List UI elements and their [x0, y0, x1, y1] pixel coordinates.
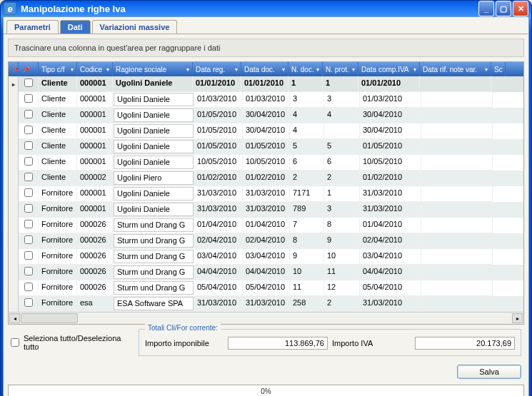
iva-value[interactable] — [415, 337, 515, 350]
cell-ragione-sociale: Ugolini Daniele — [114, 93, 194, 106]
row-checkbox-cell — [19, 265, 39, 280]
cell-data-rif-note-var — [421, 123, 493, 139]
row-checkbox[interactable] — [24, 173, 33, 181]
cell-data-doc: 04/04/2010 — [243, 265, 290, 280]
col-n-doc[interactable]: N. doc.▾ — [288, 62, 323, 76]
app-icon: e — [4, 2, 16, 15]
row-checkbox[interactable] — [24, 188, 33, 197]
select-all-toggle[interactable]: Seleziona tutto/Deseleziona tutto — [11, 334, 131, 351]
col-data-reg[interactable]: Data reg.▾ — [193, 62, 241, 76]
row-indicator — [9, 249, 19, 265]
row-checkbox[interactable] — [24, 141, 33, 150]
close-button[interactable]: ✕ — [513, 1, 528, 16]
data-grid: 📌 📌 Tipo c/f▾ Codice▾ Ragione sociale▾ D… — [8, 61, 524, 325]
cell-tipo: Fornitore — [39, 218, 77, 233]
table-row[interactable]: Fornitore000001Ugolini Daniele31/03/2010… — [9, 202, 523, 218]
table-row[interactable]: Cliente000001Ugolini Daniele01/05/201030… — [9, 108, 523, 123]
row-checkbox[interactable] — [24, 94, 33, 103]
cell-n-prot: 2 — [324, 296, 360, 312]
cell-tipo: Fornitore — [39, 265, 77, 280]
col-codice[interactable]: Codice▾ — [77, 62, 113, 76]
col-tipo[interactable]: Tipo c/f▾ — [39, 62, 77, 76]
cell-data-rif-note-var — [421, 296, 493, 312]
table-row[interactable]: Fornitore000026Sturm und Drang G03/04/20… — [9, 249, 523, 265]
cell-ragione-sociale: ESA Software SPA — [114, 297, 194, 310]
col-sc[interactable]: Sc — [491, 62, 506, 76]
imponibile-value[interactable] — [228, 337, 328, 350]
cell-data-rif-note-var — [421, 186, 493, 202]
table-row[interactable]: Cliente000001Ugolini Daniele01/03/201001… — [9, 92, 523, 108]
tab-parametri[interactable]: Parametri — [6, 20, 59, 34]
cell-data-reg: 04/04/2010 — [194, 265, 243, 280]
group-by-hint[interactable]: Trascinare una colonna in quest'area per… — [8, 39, 524, 57]
sort-icon: ▾ — [235, 66, 238, 73]
col-n-prot[interactable]: N. prot.▾ — [323, 62, 358, 76]
grid-header: 📌 📌 Tipo c/f▾ Codice▾ Ragione sociale▾ D… — [9, 62, 523, 76]
cell-codice: 000001 — [77, 92, 113, 108]
row-checkbox[interactable] — [24, 78, 33, 87]
tab-dati[interactable]: Dati — [60, 20, 91, 34]
row-checkbox[interactable] — [24, 204, 33, 213]
cell-codice: 000026 — [77, 233, 113, 249]
horizontal-scrollbar[interactable]: ◂ ▸ — [9, 312, 523, 324]
sort-icon: ▾ — [106, 66, 109, 73]
col-data-rif-note-var[interactable]: Data rif. note var.▾ — [420, 62, 491, 76]
app-window: e Manipolazione righe Iva _ ▢ ✕ Parametr… — [0, 0, 532, 396]
table-row[interactable]: Cliente000002Ugolini Piero01/02/201001/0… — [9, 171, 523, 186]
cell-data-doc: 10/05/2010 — [243, 155, 290, 171]
table-row[interactable]: Cliente000001Ugolini Daniele01/05/201001… — [9, 139, 523, 155]
scroll-thumb[interactable] — [21, 313, 78, 323]
table-row[interactable]: Fornitore000026Sturm und Drang G01/04/20… — [9, 218, 523, 233]
row-checkbox[interactable] — [24, 110, 33, 118]
row-indicator — [9, 280, 19, 296]
cell-n-prot: 12 — [324, 280, 360, 296]
cell-data-rif-note-var — [421, 265, 493, 280]
tab-variazioni-massive[interactable]: Variazioni massive — [92, 20, 178, 34]
maximize-button[interactable]: ▢ — [496, 1, 511, 16]
scroll-right-arrow-icon[interactable]: ▸ — [512, 313, 523, 323]
sort-icon: ▾ — [316, 66, 319, 73]
table-row[interactable]: FornitoreesaESA Software SPA31/03/201031… — [9, 296, 523, 312]
table-row[interactable]: Fornitore000026Sturm und Drang G05/04/20… — [9, 280, 523, 296]
sort-icon: ▾ — [71, 66, 74, 73]
row-checkbox[interactable] — [24, 235, 33, 244]
table-row[interactable]: Fornitore000001Ugolini Daniele31/03/2010… — [9, 186, 523, 202]
table-row[interactable]: Cliente000001Ugolini Daniele01/05/201030… — [9, 123, 523, 139]
cell-data-doc: 02/04/2010 — [243, 233, 290, 249]
table-row[interactable]: Fornitore000026Sturm und Drang G04/04/20… — [9, 265, 523, 280]
col-ragione-sociale[interactable]: Ragione sociale▾ — [113, 62, 193, 76]
row-checkbox[interactable] — [24, 251, 33, 260]
row-indicator — [9, 186, 19, 202]
progress-bar: 0% — [8, 385, 524, 396]
cell-data-doc: 30/04/2010 — [243, 123, 290, 139]
window-title: Manipolazione righe Iva — [21, 4, 478, 14]
scroll-left-arrow-icon[interactable]: ◂ — [9, 313, 20, 323]
cell-data-comp-iva: 01/02/2010 — [360, 171, 421, 186]
row-indicator: ▸ — [9, 76, 19, 92]
table-row[interactable]: Fornitore000026Sturm und Drang G02/04/20… — [9, 233, 523, 249]
row-checkbox[interactable] — [24, 220, 33, 228]
col-data-comp-iva[interactable]: Data comp.IVA▾ — [358, 62, 420, 76]
cell-n-doc: 4 — [290, 108, 324, 123]
cell-codice: 000001 — [77, 108, 113, 123]
minimize-button[interactable]: _ — [478, 1, 494, 16]
row-checkbox[interactable] — [24, 267, 33, 275]
cell-data-comp-iva: 30/04/2010 — [360, 123, 421, 139]
cell-tipo: Cliente — [39, 123, 77, 139]
col-data-doc[interactable]: Data doc.▾ — [241, 62, 288, 76]
row-checkbox-cell — [19, 202, 39, 218]
select-all-checkbox[interactable] — [11, 338, 19, 347]
row-checkbox[interactable] — [24, 283, 33, 291]
row-checkbox[interactable] — [24, 298, 33, 307]
cell-ragione-sociale: Ugolini Daniele — [113, 76, 193, 92]
cell-data-doc: 31/03/2010 — [243, 202, 290, 218]
save-button[interactable]: Salva — [457, 365, 521, 379]
table-row[interactable]: Cliente000001Ugolini Daniele10/05/201010… — [9, 155, 523, 171]
grid-body[interactable]: ▸Cliente000001Ugolini Daniele01/01/20100… — [9, 76, 523, 312]
col-indicator[interactable]: 📌 — [9, 62, 19, 76]
row-checkbox[interactable] — [24, 157, 33, 166]
row-checkbox[interactable] — [24, 126, 33, 134]
col-checkbox[interactable]: 📌 — [19, 62, 39, 76]
cell-data-reg: 01/01/2010 — [193, 76, 241, 92]
table-row[interactable]: ▸Cliente000001Ugolini Daniele01/01/20100… — [9, 76, 523, 92]
